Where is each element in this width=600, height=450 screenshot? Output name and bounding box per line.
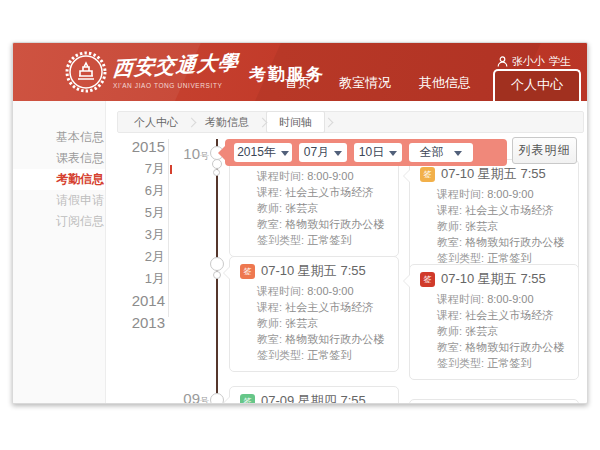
card-title: 07-09 星期四 7:55 <box>261 392 366 404</box>
type-dropdown[interactable]: 全部 <box>409 143 473 162</box>
attendance-card[interactable]: 签 07-09 星期四 7:55 <box>229 386 399 404</box>
timeline-month-may[interactable]: 5月 <box>109 202 165 224</box>
breadcrumb: 个人中心 考勤信息 时间轴 <box>117 111 584 133</box>
user-role: 学生 <box>549 54 571 69</box>
user-info[interactable]: 张小小 学生 <box>497 54 571 69</box>
day-suffix: 号 <box>200 396 209 404</box>
field-value: 张芸京 <box>465 220 498 232</box>
timeline-year-2013[interactable]: 2013 <box>109 312 165 334</box>
field-label: 教室: <box>437 236 462 248</box>
card-pointer <box>403 169 410 183</box>
timeline-month-jan[interactable]: 1月 <box>109 268 165 290</box>
field-label: 课程时间: <box>437 188 484 200</box>
field-value: 正常签到 <box>487 357 531 369</box>
timeline-month-feb[interactable]: 2月 <box>109 246 165 268</box>
field-value: 张芸京 <box>465 325 498 337</box>
field-label: 签到类型: <box>437 357 484 369</box>
timeline-node <box>212 159 222 169</box>
university-logo-icon <box>65 51 107 93</box>
field-value: 格物致知行政办公楼 <box>285 218 384 230</box>
field-label: 教室: <box>437 341 462 353</box>
field-value: 社会主义市场经济 <box>465 309 553 321</box>
user-icon <box>497 56 508 67</box>
university-name-cn: 西安交通大學 <box>112 49 244 83</box>
field-label: 教师: <box>437 325 462 337</box>
day-dropdown-value: 10日 <box>359 144 384 161</box>
breadcrumb-attendance[interactable]: 考勤信息 <box>193 112 261 132</box>
chevron-right-icon <box>324 117 334 127</box>
card-pointer <box>403 274 410 288</box>
field-value: 8:00-9:00 <box>487 293 533 305</box>
field-value: 格物致知行政办公楼 <box>465 236 564 248</box>
attendance-card[interactable]: 签 07-10 星期五 7:55 课程时间: 8:00-9:00 课程: 社会主… <box>409 159 579 275</box>
timeline-node <box>210 393 224 404</box>
timeline-month-jul[interactable]: 7月 <box>109 158 165 180</box>
field-value: 格物致知行政办公楼 <box>285 333 384 345</box>
field-label: 签到类型: <box>437 252 484 264</box>
timeline-month-jun[interactable]: 6月 <box>109 180 165 202</box>
current-month-marker <box>170 165 172 174</box>
month-nav-divider <box>168 139 169 317</box>
field-label: 课程: <box>437 309 462 321</box>
list-detail-button[interactable]: 列表明细 <box>512 137 577 164</box>
sidebar-item-basic-info[interactable]: 基本信息 <box>13 127 105 148</box>
year-dropdown[interactable]: 2015年 <box>234 143 292 162</box>
nav-item-home[interactable]: 首页 <box>271 74 325 101</box>
month-dropdown-value: 07月 <box>304 144 329 161</box>
breadcrumb-timeline[interactable]: 时间轴 <box>266 111 325 133</box>
app-header: 西安交通大學 XI'AN JIAO TONG UNIVERSITY 考勤服务 张… <box>13 43 587 101</box>
card-pointer <box>223 266 230 280</box>
calendar-badge-icon: 签 <box>240 264 255 279</box>
timeline-year-month-nav: 2015 7月 6月 5月 3月 2月 1月 2014 2013 <box>109 136 165 334</box>
timeline-month-mar[interactable]: 3月 <box>109 224 165 246</box>
nav-item-personal-center[interactable]: 个人中心 <box>493 69 581 101</box>
field-value: 张芸京 <box>285 202 318 214</box>
month-dropdown[interactable]: 07月 <box>299 143 347 162</box>
field-label: 教师: <box>257 317 282 329</box>
university-name-block: 西安交通大學 XI'AN JIAO TONG UNIVERSITY <box>113 52 243 89</box>
attendance-card[interactable] <box>409 399 579 404</box>
nav-item-other-info[interactable]: 其他信息 <box>405 74 485 101</box>
nav-item-classrooms[interactable]: 教室情况 <box>325 74 405 101</box>
year-dropdown-value: 2015年 <box>237 144 276 161</box>
field-label: 教室: <box>257 333 282 345</box>
field-value: 社会主义市场经济 <box>465 204 553 216</box>
sidebar-item-subscription[interactable]: 订阅信息 <box>13 211 105 232</box>
card-title: 07-10 星期五 7:55 <box>261 262 366 280</box>
chevron-down-icon <box>281 151 289 156</box>
field-value: 正常签到 <box>307 349 351 361</box>
calendar-badge-icon: 签 <box>420 272 435 287</box>
field-label: 课程: <box>437 204 462 216</box>
sidebar-item-timetable[interactable]: 课表信息 <box>13 148 105 169</box>
field-label: 课程时间: <box>257 285 304 297</box>
day-dropdown[interactable]: 10日 <box>354 143 402 162</box>
field-value: 格物致知行政办公楼 <box>465 341 564 353</box>
timeline-node <box>210 257 224 271</box>
timeline-year-2015[interactable]: 2015 <box>109 136 165 158</box>
field-value: 8:00-9:00 <box>307 170 353 182</box>
field-value: 8:00-9:00 <box>307 285 353 297</box>
calendar-badge-icon: 签 <box>420 167 435 182</box>
day-number: 09 <box>183 390 200 404</box>
field-label: 课程: <box>257 186 282 198</box>
field-value: 社会主义市场经济 <box>285 186 373 198</box>
day-number: 10 <box>183 145 200 162</box>
sidebar: 基本信息 课表信息 考勤信息 请假申请 订阅信息 <box>13 101 106 404</box>
attendance-card[interactable]: 签 07-10 星期五 7:55 课程时间: 8:00-9:00 课程: 社会主… <box>409 264 579 380</box>
calendar-badge-icon: 签 <box>240 394 255 405</box>
timeline-year-2014[interactable]: 2014 <box>109 290 165 312</box>
field-value: 8:00-9:00 <box>487 188 533 200</box>
field-value: 张芸京 <box>285 317 318 329</box>
main-nav: 首页 教室情况 其他信息 个人中心 <box>271 69 581 101</box>
field-label: 课程: <box>257 301 282 313</box>
field-value: 正常签到 <box>487 252 531 264</box>
sidebar-item-attendance[interactable]: 考勤信息 <box>13 169 105 190</box>
date-filter-bar: 2015年 07月 10日 全部 <box>225 139 507 166</box>
day-suffix: 号 <box>200 151 209 161</box>
attendance-card[interactable]: 签 07-10 星期五 7:55 课程时间: 8:00-9:00 课程: 社会主… <box>229 256 399 372</box>
field-label: 课程时间: <box>257 170 304 182</box>
timeline-node <box>213 271 221 279</box>
breadcrumb-personal-center[interactable]: 个人中心 <box>122 112 190 132</box>
university-name-en: XI'AN JIAO TONG UNIVERSITY <box>113 82 243 89</box>
sidebar-item-leave-request[interactable]: 请假申请 <box>13 190 105 211</box>
